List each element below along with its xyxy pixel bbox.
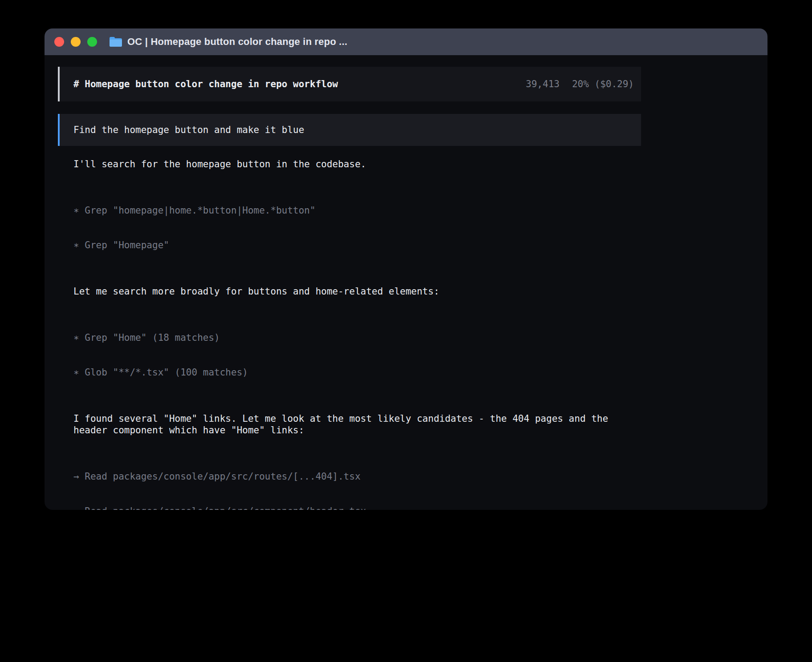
tool-call-grep: ∗ Grep "Home" (18 matches) bbox=[73, 332, 630, 343]
session-title: # Homepage button color change in repo w… bbox=[73, 79, 338, 89]
minimize-button[interactable] bbox=[71, 37, 81, 47]
tool-call-grep: ∗ Grep "homepage|home.*button|Home.*butt… bbox=[73, 205, 630, 216]
titlebar[interactable]: OC | Homepage button color change in rep… bbox=[45, 28, 767, 55]
user-message-accent bbox=[58, 114, 60, 146]
context-usage: 20% ($0.29) bbox=[572, 79, 634, 89]
zoom-button[interactable] bbox=[87, 37, 97, 47]
assistant-message: I'll search for the homepage button in t… bbox=[73, 158, 630, 170]
tool-call-read: → Read packages/console/app/src/componen… bbox=[73, 505, 630, 510]
transcript: I'll search for the homepage button in t… bbox=[73, 158, 630, 510]
token-count: 39,413 bbox=[526, 79, 560, 89]
tool-call-grep: ∗ Grep "Homepage" bbox=[73, 239, 630, 251]
terminal-window: OC | Homepage button color change in rep… bbox=[45, 28, 767, 510]
folder-icon bbox=[110, 37, 122, 47]
tool-call-glob: ∗ Glob "**/*.tsx" (100 matches) bbox=[73, 367, 630, 378]
window-title: OC | Homepage button color change in rep… bbox=[127, 36, 347, 48]
close-button[interactable] bbox=[54, 37, 64, 47]
session-header-accent bbox=[58, 67, 60, 101]
assistant-message: I found several "Home" links. Let me loo… bbox=[73, 413, 630, 436]
session-header: # Homepage button color change in repo w… bbox=[58, 67, 641, 101]
tool-call-read: → Read packages/console/app/src/routes/[… bbox=[73, 471, 630, 482]
traffic-lights bbox=[54, 37, 97, 47]
user-message: Find the homepage button and make it blu… bbox=[58, 114, 641, 146]
user-message-text: Find the homepage button and make it blu… bbox=[73, 125, 304, 135]
assistant-message: Let me search more broadly for buttons a… bbox=[73, 286, 630, 297]
